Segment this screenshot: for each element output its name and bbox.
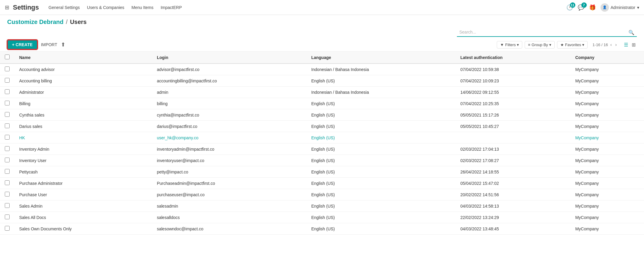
table-row: Cynthia sales cynthia@impactfirst.co Eng… bbox=[0, 109, 644, 121]
row-checkbox[interactable] bbox=[5, 135, 10, 140]
nav-users-companies[interactable]: Users & Companies bbox=[87, 5, 124, 10]
row-login[interactable]: salesowndoc@impact.co bbox=[152, 223, 306, 235]
row-name[interactable]: Cynthia sales bbox=[14, 109, 152, 121]
row-checkbox[interactable] bbox=[5, 101, 10, 105]
row-name[interactable]: Administrator bbox=[14, 87, 152, 98]
row-login[interactable]: inventoryuser@impact.co bbox=[152, 155, 306, 166]
pagination-next[interactable]: › bbox=[614, 42, 618, 48]
row-checkbox-cell[interactable] bbox=[0, 75, 14, 87]
user-menu[interactable]: 👤 Administrator ▾ bbox=[601, 3, 639, 12]
row-checkbox[interactable] bbox=[5, 112, 10, 117]
row-name[interactable]: Inventory User bbox=[14, 155, 152, 166]
row-login[interactable]: salesalldocs bbox=[152, 212, 306, 223]
row-checkbox-cell[interactable] bbox=[0, 166, 14, 178]
row-checkbox-cell[interactable] bbox=[0, 132, 14, 143]
row-name[interactable]: Purchase Administrator bbox=[14, 178, 152, 189]
groupby-label: Group By bbox=[532, 43, 548, 47]
row-checkbox[interactable] bbox=[5, 180, 10, 185]
row-login[interactable]: user_hk@company.co bbox=[152, 132, 306, 143]
row-login[interactable]: salesadmin bbox=[152, 200, 306, 212]
row-login[interactable]: cynthia@impactfirst.co bbox=[152, 109, 306, 121]
row-name[interactable]: Darius sales bbox=[14, 121, 152, 132]
row-checkbox[interactable] bbox=[5, 78, 10, 83]
col-latest-auth[interactable]: Latest authentication bbox=[456, 52, 571, 64]
row-login[interactable]: purchaseuser@impact.co bbox=[152, 189, 306, 200]
favorites-button[interactable]: ★ Favorites ▾ bbox=[557, 41, 588, 49]
row-checkbox[interactable] bbox=[5, 169, 10, 174]
col-login[interactable]: Login bbox=[152, 52, 306, 64]
row-checkbox[interactable] bbox=[5, 89, 10, 94]
create-button[interactable]: + CREATE bbox=[7, 40, 37, 49]
row-name[interactable]: Pettycash bbox=[14, 166, 152, 178]
clock-icon-badge[interactable]: 🕐 11 bbox=[566, 4, 573, 11]
row-name[interactable]: Sales All Docs bbox=[14, 212, 152, 223]
row-checkbox-cell[interactable] bbox=[0, 109, 14, 121]
row-login[interactable]: billing bbox=[152, 98, 306, 109]
search-input[interactable] bbox=[457, 28, 637, 37]
row-latest-auth: 26/04/2022 14:18:55 bbox=[456, 166, 571, 178]
row-checkbox[interactable] bbox=[5, 67, 10, 71]
row-checkbox-cell[interactable] bbox=[0, 155, 14, 166]
row-company: MyCompany bbox=[571, 75, 644, 87]
chat-icon-badge[interactable]: 💬 7 bbox=[578, 4, 584, 11]
row-name[interactable]: Sales Admin bbox=[14, 200, 152, 212]
grid-menu-icon[interactable]: ⊞ bbox=[5, 4, 9, 11]
row-latest-auth bbox=[456, 132, 571, 143]
row-latest-auth: 20/02/2022 14:51:56 bbox=[456, 189, 571, 200]
row-checkbox-cell[interactable] bbox=[0, 189, 14, 200]
row-login[interactable]: darius@impactfirst.co bbox=[152, 121, 306, 132]
row-login[interactable]: admin bbox=[152, 87, 306, 98]
row-login[interactable]: Purchaseadmin@impactfirst.co bbox=[152, 178, 306, 189]
row-checkbox[interactable] bbox=[5, 214, 10, 219]
import-button[interactable]: IMPORT bbox=[41, 42, 57, 47]
row-name[interactable]: HK bbox=[14, 132, 152, 143]
user-name: Administrator bbox=[611, 5, 635, 10]
nav-general-settings[interactable]: General Settings bbox=[49, 5, 80, 10]
col-language[interactable]: Language bbox=[306, 52, 455, 64]
row-checkbox[interactable] bbox=[5, 123, 10, 128]
favorites-chevron: ▾ bbox=[582, 43, 584, 47]
row-checkbox-cell[interactable] bbox=[0, 143, 14, 155]
row-name[interactable]: Purchase User bbox=[14, 189, 152, 200]
row-checkbox[interactable] bbox=[5, 226, 10, 231]
filters-button[interactable]: ▼ Filters ▾ bbox=[497, 41, 522, 49]
upload-icon[interactable]: ⬆ bbox=[61, 41, 65, 48]
breadcrumb-parent[interactable]: Customize Debrand bbox=[7, 19, 64, 25]
row-name[interactable]: Accounting advisor bbox=[14, 64, 152, 75]
grid-view-button[interactable]: ⊞ bbox=[631, 41, 637, 49]
gift-icon[interactable]: 🎁 bbox=[589, 4, 596, 11]
row-name[interactable]: Accounting billing bbox=[14, 75, 152, 87]
row-checkbox[interactable] bbox=[5, 158, 10, 162]
row-checkbox-cell[interactable] bbox=[0, 121, 14, 132]
row-language: English (US) bbox=[306, 132, 455, 143]
nav-menu-items[interactable]: Menu Items bbox=[132, 5, 154, 10]
row-checkbox[interactable] bbox=[5, 146, 10, 151]
row-checkbox-cell[interactable] bbox=[0, 212, 14, 223]
row-checkbox[interactable] bbox=[5, 192, 10, 197]
search-row: 🔍 bbox=[0, 25, 644, 38]
row-checkbox-cell[interactable] bbox=[0, 200, 14, 212]
nav-impacterp[interactable]: ImpactERP bbox=[161, 5, 182, 10]
row-checkbox-cell[interactable] bbox=[0, 178, 14, 189]
row-checkbox[interactable] bbox=[5, 203, 10, 208]
col-name[interactable]: Name bbox=[14, 52, 152, 64]
list-view-button[interactable]: ☰ bbox=[623, 41, 629, 49]
groupby-button[interactable]: ≡ Group By ▾ bbox=[525, 41, 555, 49]
search-icon[interactable]: 🔍 bbox=[628, 30, 634, 35]
row-login[interactable]: accountingbilling@impactfirst.co bbox=[152, 75, 306, 87]
select-all-checkbox[interactable] bbox=[5, 55, 10, 59]
row-login[interactable]: inventoryadmin@impactfirst.co bbox=[152, 143, 306, 155]
row-latest-auth: 05/05/2021 10:45:27 bbox=[456, 121, 571, 132]
row-checkbox-cell[interactable] bbox=[0, 98, 14, 109]
select-all-cell[interactable] bbox=[0, 52, 14, 64]
col-company[interactable]: Company bbox=[571, 52, 644, 64]
row-name[interactable]: Inventory Admin bbox=[14, 143, 152, 155]
row-checkbox-cell[interactable] bbox=[0, 223, 14, 235]
row-checkbox-cell[interactable] bbox=[0, 87, 14, 98]
row-checkbox-cell[interactable] bbox=[0, 64, 14, 75]
row-name[interactable]: Sales Own Documents Only bbox=[14, 223, 152, 235]
pagination-prev[interactable]: ‹ bbox=[609, 42, 613, 48]
row-login[interactable]: advisor@impactfirst.co bbox=[152, 64, 306, 75]
row-name[interactable]: Billing bbox=[14, 98, 152, 109]
row-login[interactable]: petty@impact.co bbox=[152, 166, 306, 178]
